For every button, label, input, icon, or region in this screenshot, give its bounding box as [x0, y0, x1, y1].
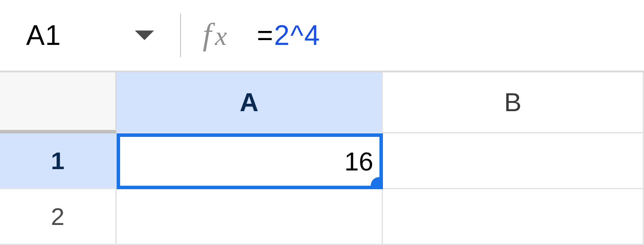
cell-B2[interactable] — [383, 189, 644, 245]
cell-A1[interactable]: 16 — [117, 133, 383, 189]
column-headers-row: A B — [0, 72, 644, 133]
formula-operand-1: 2 — [274, 19, 291, 51]
formula-caret-op: ^ — [290, 19, 304, 51]
formula-bar: A1 f x = 2 ^ 4 — [0, 0, 644, 71]
formula-operand-2: 4 — [304, 19, 321, 51]
svg-text:f: f — [203, 17, 215, 52]
column-header-label: B — [504, 87, 521, 117]
divider — [180, 14, 181, 57]
column-header-A[interactable]: A — [117, 72, 383, 133]
cell-B1[interactable] — [383, 133, 644, 189]
grid-row-1: 1 16 — [0, 133, 644, 189]
row-header-label: 2 — [51, 202, 64, 231]
formula-equals: = — [257, 19, 274, 51]
column-header-B[interactable]: B — [383, 72, 644, 133]
select-all-corner[interactable] — [0, 72, 117, 133]
svg-text:x: x — [215, 21, 227, 51]
row-header-2[interactable]: 2 — [0, 189, 117, 245]
fx-icon: f x — [203, 16, 240, 55]
spreadsheet-grid: A B 1 16 2 — [0, 71, 644, 245]
name-box-text: A1 — [26, 19, 61, 51]
grid-row-2: 2 — [0, 189, 644, 245]
column-header-label: A — [240, 87, 258, 117]
cell-A2[interactable] — [117, 189, 383, 245]
name-box-dropdown-icon[interactable] — [135, 31, 154, 40]
formula-input[interactable]: = 2 ^ 4 — [257, 19, 321, 51]
row-header-1[interactable]: 1 — [0, 133, 117, 189]
cell-value: 16 — [344, 146, 373, 177]
name-box[interactable]: A1 — [26, 19, 154, 51]
row-header-label: 1 — [51, 146, 64, 175]
